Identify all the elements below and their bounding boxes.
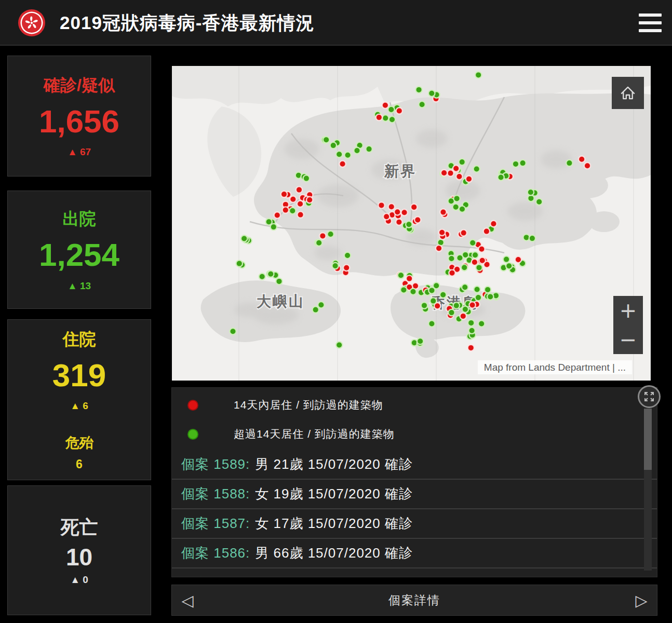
map-dot-over14d[interactable] (469, 240, 476, 246)
map-dot-recent[interactable] (297, 211, 303, 218)
map-dot-over14d[interactable] (410, 289, 416, 295)
map-dot-recent[interactable] (469, 302, 475, 308)
map-dot-over14d[interactable] (382, 115, 388, 121)
next-page-button[interactable]: ▷ (626, 591, 657, 610)
map-dot-over14d[interactable] (389, 116, 395, 123)
map-dot-over14d[interactable] (474, 286, 480, 292)
map-dot-over14d[interactable] (485, 287, 491, 293)
map-dot-over14d[interactable] (323, 137, 329, 143)
map-dot-recent[interactable] (388, 204, 395, 210)
map-dot-recent[interactable] (468, 345, 474, 351)
map-dot-over14d[interactable] (327, 231, 333, 237)
case-row-1587[interactable]: 個案 1587: 女 17歲 15/07/2020 確診 (172, 509, 657, 539)
map-dot-over14d[interactable] (459, 206, 465, 212)
map-dot-recent[interactable] (440, 209, 446, 215)
map-dot-recent[interactable] (319, 233, 326, 239)
map-dot-recent[interactable] (490, 221, 496, 227)
map-dot-recent[interactable] (281, 191, 287, 197)
map-dot-recent[interactable] (414, 216, 421, 223)
map-dot-recent[interactable] (396, 107, 402, 114)
map-dot-recent[interactable] (378, 202, 384, 208)
map-dot-recent[interactable] (396, 219, 402, 225)
map-dot-recent[interactable] (460, 313, 466, 319)
map-dot-over14d[interactable] (398, 272, 404, 278)
map-dot-recent[interactable] (478, 246, 485, 252)
map-dot-over14d[interactable] (475, 294, 481, 301)
map-dot-over14d[interactable] (462, 306, 468, 313)
map-dot-recent[interactable] (297, 201, 303, 207)
map-dot-over14d[interactable] (354, 147, 360, 154)
map-dot-over14d[interactable] (415, 87, 422, 93)
map-home-button[interactable] (612, 77, 644, 109)
map-dot-over14d[interactable] (419, 101, 425, 107)
map-dot-recent[interactable] (306, 197, 313, 203)
map-canvas[interactable]: 新界 大嶼山 香港島 + − Map from Lands Department… (172, 66, 651, 381)
map-dot-over14d[interactable] (566, 160, 572, 166)
map-dot-over14d[interactable] (330, 142, 337, 148)
map-dot-over14d[interactable] (453, 195, 460, 201)
scrollbar-thumb[interactable] (644, 409, 652, 470)
map-dot-recent[interactable] (579, 156, 585, 162)
map-dot-recent[interactable] (296, 186, 302, 193)
map-dot-recent[interactable] (274, 212, 280, 218)
map-dot-over14d[interactable] (388, 106, 394, 113)
map-dot-over14d[interactable] (476, 264, 482, 270)
map-dot-over14d[interactable] (474, 166, 480, 172)
map-dot-over14d[interactable] (289, 208, 295, 214)
map-dot-over14d[interactable] (456, 255, 463, 261)
map-dot-over14d[interactable] (448, 255, 454, 262)
map-dot-over14d[interactable] (417, 338, 423, 344)
map-dot-over14d[interactable] (406, 221, 412, 227)
map-dot-over14d[interactable] (313, 306, 319, 313)
map-dot-over14d[interactable] (336, 342, 342, 348)
map-dot-over14d[interactable] (440, 292, 446, 298)
map-dot-recent[interactable] (401, 209, 407, 215)
map-dot-over14d[interactable] (513, 161, 519, 167)
prev-page-button[interactable]: ◁ (172, 591, 203, 610)
map-dot-over14d[interactable] (303, 175, 310, 181)
case-row-1588[interactable]: 個案 1588: 女 19歲 15/07/2020 確診 (172, 480, 657, 509)
map-dot-over14d[interactable] (316, 240, 322, 246)
map-dot-over14d[interactable] (468, 320, 474, 326)
map-dot-over14d[interactable] (462, 284, 468, 290)
map-dot-over14d[interactable] (453, 302, 460, 308)
map-dot-over14d[interactable] (506, 263, 512, 269)
map-dot-recent[interactable] (441, 170, 447, 176)
map-dot-recent[interactable] (439, 229, 445, 236)
map-dot-recent[interactable] (456, 173, 462, 180)
map-dot-over14d[interactable] (519, 160, 526, 166)
map-dot-recent[interactable] (383, 213, 389, 220)
expand-panel-button[interactable] (638, 385, 661, 408)
map-dot-recent[interactable] (584, 162, 590, 169)
map-dot-recent[interactable] (411, 204, 417, 210)
map-dot-over14d[interactable] (468, 328, 475, 334)
map-dot-over14d[interactable] (336, 151, 342, 157)
map-dot-over14d[interactable] (448, 309, 454, 316)
map-dot-over14d[interactable] (267, 271, 274, 277)
case-row-1586[interactable]: 個案 1586: 男 66歲 15/07/2020 確診 (172, 539, 657, 568)
map-dot-over14d[interactable] (276, 278, 282, 285)
map-dot-over14d[interactable] (487, 293, 493, 300)
map-dot-recent[interactable] (339, 161, 345, 167)
map-dot-over14d[interactable] (332, 263, 338, 269)
map-dot-over14d[interactable] (366, 146, 372, 152)
map-dot-over14d[interactable] (453, 204, 459, 210)
map-dot-recent[interactable] (449, 270, 455, 276)
map-dot-recent[interactable] (376, 114, 382, 120)
map-dot-over14d[interactable] (230, 328, 236, 334)
map-dot-over14d[interactable] (459, 159, 465, 165)
map-dot-over14d[interactable] (344, 152, 351, 158)
map-dot-over14d[interactable] (461, 264, 467, 270)
map-dot-recent[interactable] (283, 207, 289, 213)
map-dot-over14d[interactable] (503, 256, 509, 262)
map-dot-over14d[interactable] (498, 174, 504, 180)
map-dot-recent[interactable] (343, 265, 350, 271)
map-dot-over14d[interactable] (475, 72, 481, 78)
map-dot-over14d[interactable] (478, 320, 485, 327)
map-dot-over14d[interactable] (259, 274, 265, 280)
map-dot-recent[interactable] (382, 102, 388, 109)
map-dot-recent[interactable] (406, 275, 412, 281)
map-dot-over14d[interactable] (400, 287, 407, 293)
map-dot-over14d[interactable] (344, 252, 351, 259)
map-dot-over14d[interactable] (428, 90, 435, 97)
